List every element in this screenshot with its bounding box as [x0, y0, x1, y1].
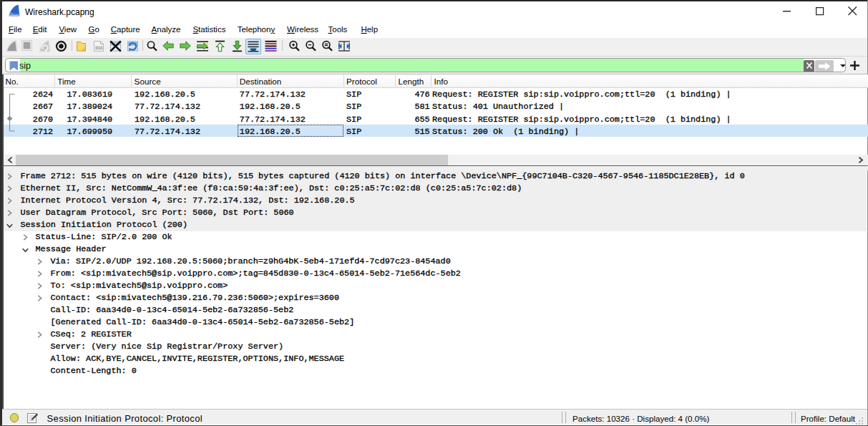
svg-text:010: 010	[96, 45, 103, 50]
